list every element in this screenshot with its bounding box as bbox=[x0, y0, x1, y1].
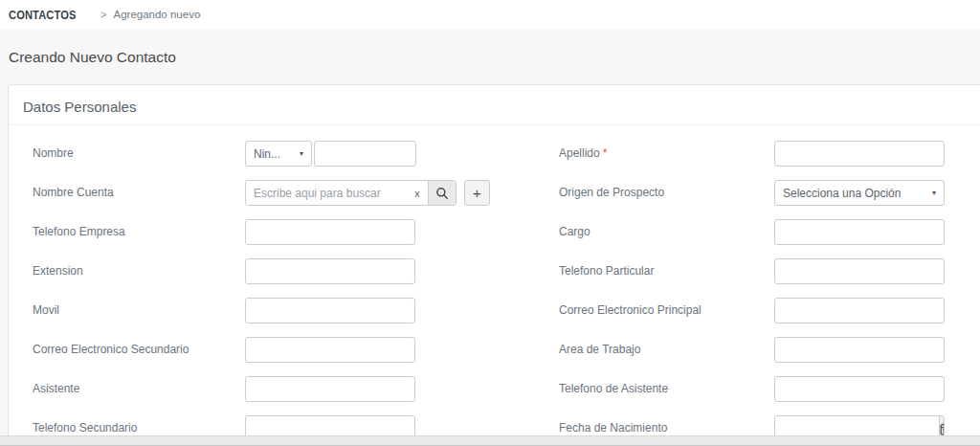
salutation-value: Nin... bbox=[254, 147, 280, 161]
cargo-input[interactable] bbox=[774, 219, 945, 245]
apellido-input[interactable] bbox=[774, 141, 945, 167]
origen-prospecto-label: Origen de Prospecto bbox=[559, 180, 774, 199]
cargo-label: Cargo bbox=[559, 219, 774, 238]
field-row-asistente: Asistente bbox=[33, 376, 487, 402]
area-trabajo-label: Area de Trabajo bbox=[559, 337, 774, 356]
chevron-down-icon: ▾ bbox=[932, 189, 936, 197]
origen-prospecto-value: Selecciona una Opción bbox=[783, 187, 901, 200]
movil-label: Movil bbox=[33, 298, 245, 317]
breadcrumb-separator: > bbox=[100, 9, 106, 20]
field-row-telefono-asistente: Telefono de Asistente bbox=[559, 376, 980, 402]
correo-secundario-label: Correo Electronico Secundario bbox=[33, 337, 245, 356]
correo-secundario-input[interactable] bbox=[245, 337, 415, 363]
section-title: Datos Personales bbox=[9, 85, 980, 125]
salutation-select[interactable]: Nin... ▾ bbox=[245, 141, 312, 167]
required-marker: * bbox=[603, 146, 608, 160]
asistente-input[interactable] bbox=[245, 376, 415, 402]
correo-principal-label: Correo Electronico Principal bbox=[559, 298, 774, 317]
field-row-cargo: Cargo bbox=[559, 219, 980, 245]
field-row-telefono-empresa: Telefono Empresa bbox=[33, 219, 487, 245]
breadcrumb: CONTACTOS > Agregando nuevo bbox=[0, 0, 980, 29]
telefono-empresa-label: Telefono Empresa bbox=[33, 219, 245, 238]
field-row-apellido: Apellido* bbox=[559, 141, 980, 167]
plus-icon: + bbox=[473, 186, 481, 200]
telefono-secundario-label: Telefono Secundario bbox=[33, 415, 245, 435]
telefono-particular-input[interactable] bbox=[774, 258, 945, 284]
field-row-nombre: Nombre Nin... ▾ bbox=[33, 141, 487, 167]
field-row-nombre-cuenta: Nombre Cuenta x bbox=[33, 180, 487, 206]
field-row-area-trabajo: Area de Trabajo bbox=[559, 337, 980, 363]
page-title: Creando Nuevo Contacto bbox=[9, 49, 980, 66]
telefono-asistente-label: Telefono de Asistente bbox=[559, 376, 774, 395]
nombre-input[interactable] bbox=[314, 141, 416, 167]
breadcrumb-module-link[interactable]: CONTACTOS bbox=[9, 8, 77, 22]
extension-label: Extension bbox=[33, 258, 245, 278]
field-row-telefono-particular: Telefono Particular bbox=[559, 258, 980, 284]
clear-button[interactable]: x bbox=[407, 181, 428, 205]
field-row-extension: Extension bbox=[33, 258, 487, 284]
extension-input[interactable] bbox=[245, 258, 415, 284]
telefono-particular-label: Telefono Particular bbox=[559, 258, 774, 278]
telefono-empresa-input[interactable] bbox=[245, 219, 415, 245]
nombre-cuenta-label: Nombre Cuenta bbox=[33, 180, 245, 199]
asistente-label: Asistente bbox=[33, 376, 245, 395]
horizontal-scrollbar[interactable] bbox=[0, 435, 980, 446]
field-row-correo-principal: Correo Electronico Principal bbox=[559, 298, 980, 323]
chevron-down-icon: ▾ bbox=[300, 149, 303, 158]
area-trabajo-input[interactable] bbox=[774, 337, 945, 363]
add-account-button[interactable]: + bbox=[464, 180, 490, 206]
correo-principal-input[interactable] bbox=[774, 298, 945, 323]
fecha-nacimiento-label: Fecha de Nacimiento bbox=[559, 415, 774, 435]
movil-input[interactable] bbox=[245, 298, 415, 323]
datos-personales-panel: Datos Personales Nombre Nin... ▾ Nombre … bbox=[8, 84, 980, 446]
breadcrumb-current: Agregando nuevo bbox=[114, 9, 201, 20]
origen-prospecto-select[interactable]: Selecciona una Opción ▾ bbox=[774, 180, 945, 206]
account-search-input[interactable] bbox=[246, 181, 407, 205]
telefono-asistente-input[interactable] bbox=[774, 376, 945, 402]
search-button[interactable] bbox=[428, 181, 456, 205]
field-row-correo-secundario: Correo Electronico Secundario bbox=[33, 337, 487, 363]
nombre-label: Nombre bbox=[33, 141, 245, 160]
apellido-label: Apellido* bbox=[559, 141, 774, 160]
field-row-origen-prospecto: Origen de Prospecto Selecciona una Opció… bbox=[559, 180, 980, 206]
search-icon bbox=[435, 187, 449, 200]
field-row-movil: Movil bbox=[33, 298, 487, 323]
calendar-icon bbox=[940, 422, 945, 435]
